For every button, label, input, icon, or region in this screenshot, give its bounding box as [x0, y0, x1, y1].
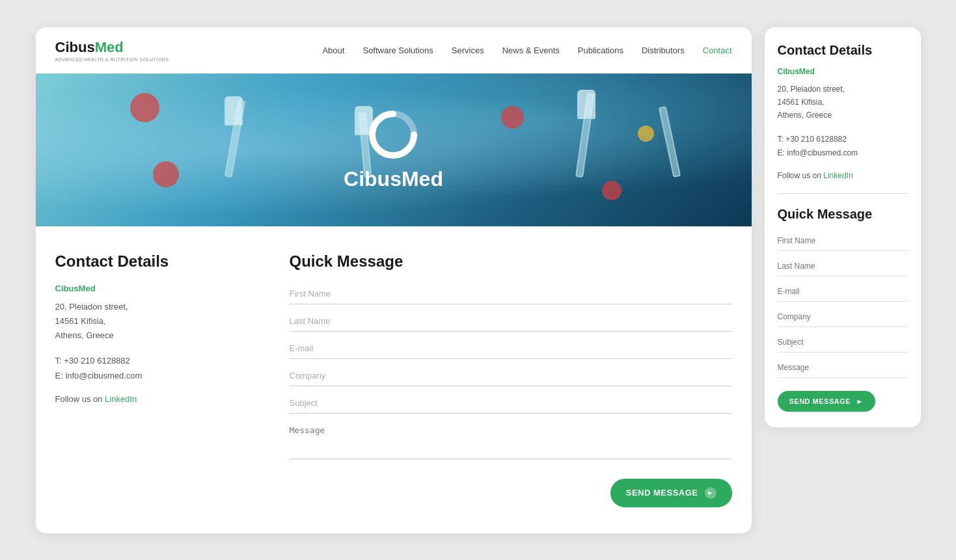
side-message-input[interactable]: [778, 358, 908, 378]
address: 20, Pleiadon street, 14561 Kifisia, Athe…: [55, 300, 264, 343]
side-contact-title: Contact Details: [778, 43, 908, 58]
company-group: [290, 366, 732, 386]
logo-text: CibusMed: [55, 39, 169, 56]
email-group: [290, 338, 732, 359]
decoration-blob-3: [153, 161, 179, 187]
company-input[interactable]: [290, 366, 732, 386]
main-card: CibusMed Advanced Health & Nutrition Sol…: [36, 27, 752, 533]
side-subject-input[interactable]: [778, 332, 908, 353]
nav-distributors[interactable]: Distributors: [642, 46, 685, 55]
side-company-name: CibusMed: [778, 67, 908, 76]
email: E: info@cibusmed.com: [55, 371, 143, 380]
last-name-input[interactable]: [290, 311, 732, 332]
first-name-group: [290, 284, 732, 304]
address-line2: 14561 Kifisia,: [55, 316, 106, 326]
quick-message-section: Quick Message: [290, 252, 732, 507]
contact-details: Contact Details CibusMed 20, Pleiadon st…: [55, 252, 264, 507]
side-send-button[interactable]: SEND MESSAGE ►: [778, 391, 875, 412]
tube-4: [658, 105, 681, 177]
company-name: CibusMed: [55, 284, 264, 293]
side-follow-us: Follow us on LinkedIn: [778, 171, 908, 180]
contact-info: T: +30 210 6128882 E: info@cibusmed.com: [55, 353, 264, 384]
decoration-blob-4: [602, 181, 621, 200]
navigation: CibusMed Advanced Health & Nutrition Sol…: [36, 27, 752, 73]
send-message-button[interactable]: SEND MESSAGE ►: [610, 479, 732, 507]
send-button-label: SEND MESSAGE: [626, 488, 698, 498]
contact-title: Contact Details: [55, 252, 264, 271]
message-group: [290, 420, 732, 462]
panel-divider: [778, 193, 908, 194]
hero-banner: CibusMed: [36, 73, 752, 226]
subject-group: [290, 393, 732, 414]
logo: CibusMed Advanced Health & Nutrition Sol…: [55, 39, 169, 62]
nav-publications[interactable]: Publications: [578, 46, 623, 55]
hero-logo-text: CibusMed: [344, 167, 443, 191]
side-follow-prefix: Follow us on: [778, 171, 824, 180]
logo-cibus: Cibus: [55, 39, 95, 55]
side-contact-info: T: +30 210 6128882 E: info@cibusmed.com: [778, 133, 908, 161]
side-panel: Contact Details CibusMed 20, Pleiadon st…: [765, 27, 921, 427]
logo-med: Med: [95, 39, 124, 55]
email-input[interactable]: [290, 338, 732, 359]
side-phone: T: +30 210 6128882: [778, 135, 847, 144]
side-address-line2: 14561 Kifisia,: [778, 98, 825, 107]
side-quick-message-title: Quick Message: [778, 207, 908, 222]
follow-prefix: Follow us on: [55, 394, 105, 404]
decoration-blob-2: [501, 106, 524, 129]
side-company-input[interactable]: [778, 307, 908, 327]
last-name-group: [290, 311, 732, 332]
side-last-name-input[interactable]: [778, 256, 908, 276]
side-email: E: info@cibusmed.com: [778, 148, 858, 157]
send-arrow-icon: ►: [705, 487, 717, 499]
phone: T: +30 210 6128882: [55, 356, 130, 366]
nav-services[interactable]: Services: [452, 46, 484, 55]
decoration-blob-1: [130, 93, 159, 122]
side-arrow-icon: ►: [856, 397, 863, 405]
message-input[interactable]: [290, 420, 732, 459]
nav-news[interactable]: News & Events: [502, 46, 560, 55]
side-linkedin-link[interactable]: LinkedIn: [823, 171, 853, 180]
side-address-line3: Athens, Greece: [778, 111, 832, 120]
cap-1: [225, 96, 243, 126]
side-send-label: SEND MESSAGE: [789, 397, 851, 405]
cap-3: [577, 90, 595, 119]
hero-logo: CibusMed: [344, 109, 443, 191]
first-name-input[interactable]: [290, 284, 732, 304]
side-email-input[interactable]: [778, 282, 908, 302]
content-area: Contact Details CibusMed 20, Pleiadon st…: [36, 226, 752, 533]
nav-software[interactable]: Software Solutions: [362, 46, 433, 55]
subject-input[interactable]: [290, 393, 732, 414]
decoration-blob-5: [638, 126, 654, 142]
quick-message-title: Quick Message: [290, 252, 732, 271]
address-line3: Athens, Greece: [55, 330, 114, 340]
nav-links: About Software Solutions Services News &…: [322, 44, 731, 56]
address-line1: 20, Pleiadon street,: [55, 302, 128, 312]
nav-about[interactable]: About: [322, 46, 344, 55]
nav-contact[interactable]: Contact: [703, 46, 732, 55]
hero-logo-icon: [367, 109, 419, 161]
side-first-name-input[interactable]: [778, 231, 908, 251]
logo-tagline: Advanced Health & Nutrition Solutions: [55, 57, 169, 62]
follow-us: Follow us on LinkedIn: [55, 394, 264, 404]
side-address: 20, Pleiadon street, 14561 Kifisia, Athe…: [778, 83, 908, 122]
linkedin-link[interactable]: LinkedIn: [105, 394, 137, 404]
side-address-line1: 20, Pleiadon street,: [778, 85, 845, 94]
